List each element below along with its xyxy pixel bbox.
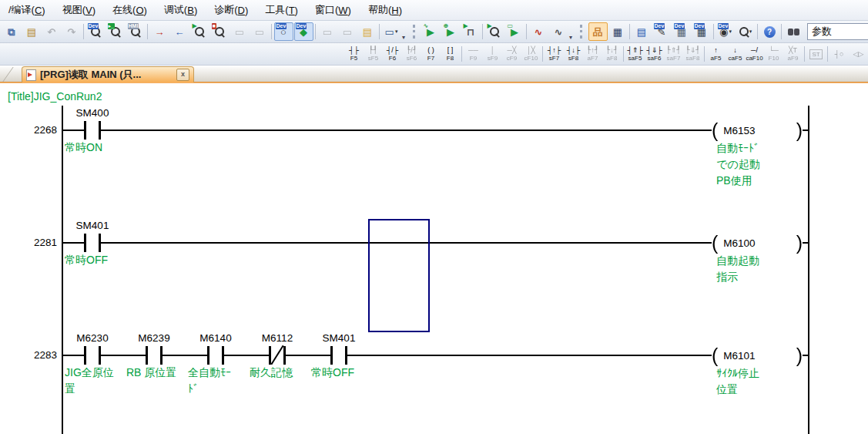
contact-m6140[interactable]: [207, 346, 224, 365]
fkey-label: aF8: [607, 55, 618, 62]
parameter-setting-button[interactable]: ▤: [632, 22, 652, 41]
monitor-write-mode-button[interactable]: ▶⊕: [441, 22, 461, 41]
comment-edit-button: ▭: [318, 22, 337, 41]
device-trace-2-button[interactable]: ∿: [549, 22, 568, 41]
find-binoculars-button[interactable]: [784, 22, 803, 41]
find-binoculars-icon: [788, 29, 793, 35]
toolbar-separator: [526, 24, 527, 39]
device-search-icon: [739, 27, 749, 36]
monitor-condition-button[interactable]: ▶: [485, 22, 504, 41]
coil-m6153[interactable]: ( M6153 ): [712, 120, 803, 140]
monitor-start-badge: ▶: [192, 23, 198, 29]
contact-m6230[interactable]: [84, 346, 101, 365]
fkey-F6-button[interactable]: ┤/├F6: [384, 45, 402, 64]
toolbar-grip[interactable]: [580, 25, 585, 39]
menu-o[interactable]: 在线(O): [104, 0, 156, 20]
coil-m6100[interactable]: ( M6100 ): [712, 233, 803, 253]
snapshot-monitor-button[interactable]: ▶▭: [505, 22, 524, 41]
paste-button[interactable]: ▤: [22, 22, 42, 41]
find-device-button[interactable]: Dev: [86, 22, 106, 41]
fkey-label: F10: [769, 55, 779, 62]
fkey-sF6-button: ┞/┦sF6: [403, 45, 421, 64]
contact-sm400[interactable]: [84, 121, 101, 140]
toolbar-overflow-button[interactable]: ▾: [402, 34, 411, 41]
program-title-statement: [Title]JIG_ConRun2: [8, 90, 102, 103]
coil-icon: ( ): [427, 46, 434, 55]
toolbar-separator: [379, 24, 380, 39]
device-batch-monitor-button[interactable]: ◆Dev: [294, 22, 313, 41]
fkey-saF6-button[interactable]: ┤⇓├saF6: [645, 45, 664, 64]
menu-v[interactable]: 视图(V): [54, 0, 104, 20]
fkey-F8-button[interactable]: [ ]F8: [441, 45, 460, 64]
menu-c[interactable]: /编译(C): [0, 0, 54, 20]
device-memory-all-button[interactable]: ▦Dev: [692, 22, 712, 41]
rung-line: [62, 130, 809, 131]
find-contact-coil-button[interactable]: HMI: [126, 22, 146, 41]
monitor-start-button[interactable]: ▶: [190, 22, 209, 41]
toolbar-overflow-button[interactable]: ▾: [569, 34, 578, 41]
find-instruction-button[interactable]: ▸_: [106, 22, 126, 41]
device-display-dropdown-arrow: ▾: [729, 29, 732, 35]
note-edit-button[interactable]: ▤: [358, 22, 377, 41]
fkey-F9-button: ──F9: [464, 45, 483, 64]
contact-m6112-closed[interactable]: [269, 346, 286, 365]
fkey-cF9-button: ─╳cF9: [503, 45, 521, 64]
open-contact-icon: ┤├: [349, 46, 359, 55]
toolbar-separator: [315, 24, 316, 39]
device-memory-button[interactable]: ▦Dev: [672, 22, 692, 41]
ladder-editor[interactable]: [Title]JIG_ConRun2 2268 SM400 常時ON ( M61…: [0, 83, 868, 434]
device-trace-1-icon: ∿: [535, 27, 543, 37]
tab-prg-main[interactable]: [PRG]读取 MAIN (只... x: [22, 66, 194, 82]
device-test-button[interactable]: ○Dev: [274, 22, 293, 41]
coil-m6101[interactable]: ( M6101 ): [712, 345, 803, 365]
fkey-sF8-button[interactable]: ┤↓├sF8: [565, 45, 583, 64]
monitor-stop-button[interactable]: ■: [210, 22, 230, 41]
element-select-combo[interactable]: 参数▼: [807, 23, 868, 40]
write-to-plc-button[interactable]: →: [150, 22, 169, 41]
tab-close-button[interactable]: x: [176, 69, 189, 81]
project-tree-button[interactable]: 品: [588, 22, 608, 41]
fkey-F7-button[interactable]: ( )F7: [422, 45, 441, 64]
intelligent-module-button[interactable]: ▦: [608, 22, 628, 41]
fkey-aF5-button[interactable]: ↑aF5: [707, 45, 726, 64]
fkey-sF7-button[interactable]: ┤↑├sF7: [545, 45, 564, 64]
toolbar-separator: [781, 24, 782, 39]
device-trace-1-button[interactable]: ∿: [529, 22, 548, 41]
menu-b[interactable]: 调试(B): [156, 0, 206, 20]
device-search-button[interactable]: ▾: [736, 22, 756, 41]
read-from-plc-button[interactable]: ←: [170, 22, 189, 41]
coil-close-paren: ): [796, 346, 803, 364]
standard-toolbar: ⧉▤↶↷Dev▸_HMI→←▶■▭▭○Dev◆Dev▭▭▤▭▾▾▶∿▶⊕⊓▶▶▶…: [0, 21, 868, 43]
device-display-button[interactable]: ◉Dev▾: [716, 22, 736, 41]
rung-line: [62, 242, 809, 244]
coil-close-paren: ): [796, 234, 803, 251]
parameter-setting-icon: ▤: [637, 27, 646, 37]
fkey-label: F7: [427, 55, 434, 62]
contact-sm401-2[interactable]: [330, 346, 347, 365]
menu-d[interactable]: 诊断(D): [206, 0, 256, 20]
fkey-F5-button[interactable]: ┤├F5: [345, 45, 364, 64]
fkey-caF5-button[interactable]: ↓caF5: [726, 45, 745, 64]
fkey-contact-coil-tool-button: ┤○: [830, 45, 849, 64]
undo-icon: ↶: [48, 27, 56, 37]
fkey-label: aF5: [711, 55, 722, 62]
pulse-monitor-button[interactable]: ⊓▶: [461, 22, 481, 41]
contact-sm401[interactable]: [84, 234, 101, 252]
fkey-caF10-button[interactable]: ─/caF10: [746, 45, 764, 64]
toolbar-grip[interactable]: [413, 25, 417, 39]
copy-button[interactable]: ⧉: [2, 22, 22, 41]
ladder-symbol-toolbar: ┤├F5┞┦sF5┤/├F6┞/┦sF6( )F7[ ]F8──F9│sF9─╳…: [0, 43, 868, 66]
contact-m6239[interactable]: [146, 346, 163, 365]
statement-edit-button: ▭: [338, 22, 357, 41]
ladder-monitor-mode-button[interactable]: ▶∿: [421, 22, 441, 41]
menu-w[interactable]: 窗口(W): [307, 0, 360, 20]
monitor-window-button[interactable]: ▭▾: [382, 22, 401, 41]
fkey-label: F6: [389, 55, 396, 62]
monitor-stop-badge: ■: [212, 23, 216, 29]
menu-t[interactable]: 工具(T): [256, 0, 307, 20]
redo-button: ↷: [62, 22, 82, 41]
help-button[interactable]: ?: [760, 22, 779, 41]
fkey-saF5-button[interactable]: ┤⇑├saF5: [626, 45, 645, 64]
menu-h[interactable]: 帮助(H): [360, 0, 411, 20]
device-comment-edit-button[interactable]: ✎Dev: [652, 22, 672, 41]
